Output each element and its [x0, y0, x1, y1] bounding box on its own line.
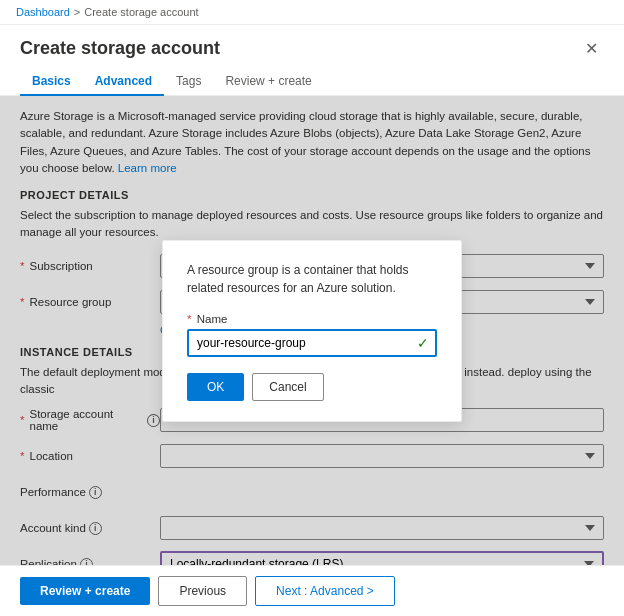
modal-overlay: A resource group is a container that hol… — [0, 96, 624, 565]
page-container: Dashboard > Create storage account Creat… — [0, 0, 624, 616]
tab-advanced[interactable]: Advanced — [83, 68, 164, 96]
panel-footer: Review + create Previous Next : Advanced… — [0, 565, 624, 616]
panel-title: Create storage account — [20, 38, 220, 59]
tab-tags[interactable]: Tags — [164, 68, 213, 96]
modal-box: A resource group is a container that hol… — [162, 240, 462, 422]
breadcrumb-dashboard-link[interactable]: Dashboard — [16, 6, 70, 18]
tab-review-create[interactable]: Review + create — [213, 68, 323, 96]
breadcrumb-current: Create storage account — [84, 6, 198, 18]
tab-basics[interactable]: Basics — [20, 68, 83, 96]
modal-buttons: OK Cancel — [187, 373, 437, 401]
modal-name-input[interactable] — [187, 329, 437, 357]
close-button[interactable]: ✕ — [579, 37, 604, 60]
modal-ok-button[interactable]: OK — [187, 373, 244, 401]
modal-check-icon: ✓ — [417, 335, 429, 351]
panel-body: Azure Storage is a Microsoft-managed ser… — [0, 96, 624, 565]
review-create-button[interactable]: Review + create — [20, 577, 150, 605]
main-panel: Create storage account ✕ Basics Advanced… — [0, 25, 624, 616]
breadcrumb-separator: > — [74, 6, 80, 18]
breadcrumb: Dashboard > Create storage account — [0, 0, 624, 25]
modal-input-wrap: ✓ — [187, 329, 437, 357]
modal-field-label: * Name — [187, 313, 437, 325]
previous-button[interactable]: Previous — [158, 576, 247, 606]
next-button[interactable]: Next : Advanced > — [255, 576, 395, 606]
panel-header: Create storage account ✕ — [0, 25, 624, 60]
modal-cancel-button[interactable]: Cancel — [252, 373, 323, 401]
tabs-bar: Basics Advanced Tags Review + create — [0, 60, 624, 96]
modal-description: A resource group is a container that hol… — [187, 261, 437, 297]
